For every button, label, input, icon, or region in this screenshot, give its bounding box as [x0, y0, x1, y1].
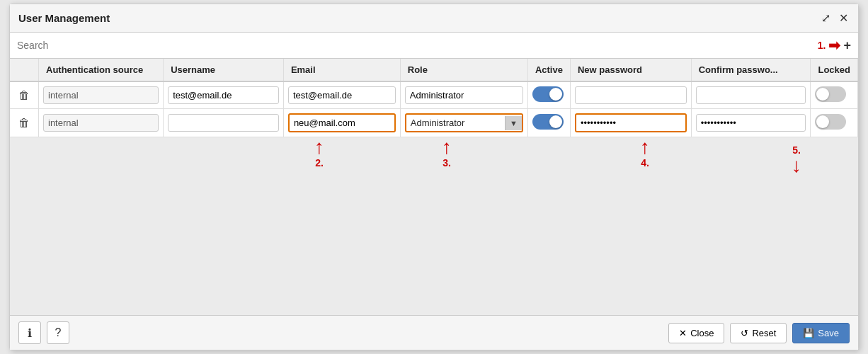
search-input[interactable] [17, 40, 767, 51]
reset-label: Reset [752, 328, 776, 338]
row2-confirm-password-input[interactable] [696, 114, 806, 132]
row2-auth-source-cell [39, 109, 164, 137]
row1-toggle-knob [549, 88, 562, 101]
save-button[interactable]: 💾 Save [792, 323, 850, 343]
annotation-3-label: 3. [442, 157, 451, 169]
users-table: Authentication source Username Email Rol… [10, 59, 858, 137]
close-x-icon: ✕ [679, 328, 687, 338]
row2-delete-cell: 🗑 [10, 109, 39, 137]
info-button[interactable]: ℹ [18, 321, 41, 344]
col-new-password: New password [570, 59, 691, 81]
row2-locked-cell [811, 109, 858, 137]
row2-role-select[interactable]: Administrator ▼ [405, 113, 523, 132]
reset-icon: ↺ [741, 328, 748, 338]
table-container: Authentication source Username Email Rol… [10, 59, 858, 315]
annotation-4: ↑ 4. [640, 137, 650, 169]
arrow-down-5-icon: ↓ [792, 156, 801, 176]
expand-icon[interactable]: ⤢ [820, 10, 832, 26]
row1-new-password-input[interactable] [575, 86, 687, 104]
row1-confirm-password-input[interactable] [696, 86, 806, 104]
col-confirm-password: Confirm passwo... [691, 59, 811, 81]
footer-left: ℹ ? [18, 321, 69, 344]
col-email: Email [283, 59, 400, 81]
row1-active-cell [527, 81, 570, 109]
close-icon[interactable]: ✕ [838, 10, 850, 26]
row1-role-input[interactable] [405, 86, 523, 104]
save-icon: 💾 [803, 328, 814, 338]
col-active: Active [527, 59, 570, 81]
row1-auth-source-cell [39, 81, 164, 109]
search-bar: 1. ➡ + [10, 33, 858, 59]
row1-email-input[interactable] [288, 86, 396, 104]
help-button[interactable]: ? [47, 321, 69, 344]
row1-email-cell [283, 81, 400, 109]
annotations-area: ↑ 2. ↑ 3. ↑ 4. 5. ↓ [10, 137, 858, 208]
reset-button[interactable]: ↺ Reset [730, 323, 787, 343]
save-label: Save [818, 328, 839, 338]
row2-locked-toggle[interactable] [815, 114, 846, 130]
annotation-2: ↑ 2. [314, 137, 324, 169]
close-label: Close [690, 328, 714, 338]
row2-role-text: Administrator [406, 115, 505, 131]
arrow-right-icon: ➡ [828, 37, 840, 54]
footer: ℹ ? ✕ Close ↺ Reset 💾 Save [10, 315, 858, 350]
chevron-down-icon: ▼ [505, 116, 522, 130]
annotation-5: 5. ↓ [792, 144, 801, 176]
row2-active-toggle[interactable] [532, 114, 564, 130]
delete-row2-button[interactable]: 🗑 [14, 115, 34, 131]
col-role: Role [400, 59, 527, 81]
col-locked: Locked [811, 59, 858, 81]
arrow-up-3-icon: ↑ [442, 137, 452, 157]
row2-username-cell [164, 109, 284, 137]
row1-role-cell [400, 81, 527, 109]
row2-new-password-input[interactable] [575, 113, 687, 132]
row2-username-input[interactable] [168, 114, 279, 132]
row2-active-cell [527, 109, 570, 137]
row1-locked-cell [811, 81, 858, 109]
row1-locked-toggle-knob [816, 88, 829, 101]
help-icon: ? [55, 326, 62, 339]
info-icon: ℹ [28, 326, 32, 340]
row1-auth-source-input[interactable] [43, 86, 159, 104]
row1-confirm-password-cell [691, 81, 811, 109]
row2-new-password-cell [570, 109, 691, 137]
title-bar-icons: ⤢ ✕ [820, 10, 850, 26]
arrow-up-2-icon: ↑ [314, 137, 324, 157]
col-username: Username [164, 59, 284, 81]
row2-email-input[interactable] [288, 113, 396, 132]
row1-new-password-cell [570, 81, 691, 109]
user-management-dialog: User Management ⤢ ✕ 1. ➡ + Authenticatio… [9, 4, 859, 350]
close-button[interactable]: ✕ Close [668, 323, 724, 343]
footer-right: ✕ Close ↺ Reset 💾 Save [668, 323, 850, 343]
table-header-row: Authentication source Username Email Rol… [10, 59, 858, 81]
add-user-button[interactable]: + [843, 38, 851, 53]
row1-locked-toggle[interactable] [815, 86, 846, 102]
table-row: 🗑 Administrator ▼ [10, 109, 858, 137]
step1-label: 1. [818, 40, 826, 51]
row2-locked-toggle-knob [816, 115, 829, 128]
dialog-title: User Management [18, 12, 110, 24]
row1-username-cell [164, 81, 284, 109]
row2-role-cell: Administrator ▼ [400, 109, 527, 137]
table-row: 🗑 [10, 81, 858, 109]
annotation-2-label: 2. [315, 157, 324, 169]
row2-confirm-password-cell [691, 109, 811, 137]
row1-active-toggle[interactable] [532, 86, 564, 102]
col-auth-source: Authentication source [39, 59, 164, 81]
annotation-3: ↑ 3. [442, 137, 452, 169]
title-bar: User Management ⤢ ✕ [10, 4, 858, 33]
delete-row1-button[interactable]: 🗑 [14, 88, 34, 103]
col-delete [10, 59, 39, 81]
row2-auth-source-input[interactable] [43, 114, 159, 132]
row1-username-input[interactable] [168, 86, 279, 104]
row2-email-cell [283, 109, 400, 137]
row2-toggle-knob [549, 115, 562, 128]
row1-delete-cell: 🗑 [10, 81, 39, 109]
arrow-up-4-icon: ↑ [640, 137, 650, 157]
annotation-4-label: 4. [641, 157, 649, 169]
